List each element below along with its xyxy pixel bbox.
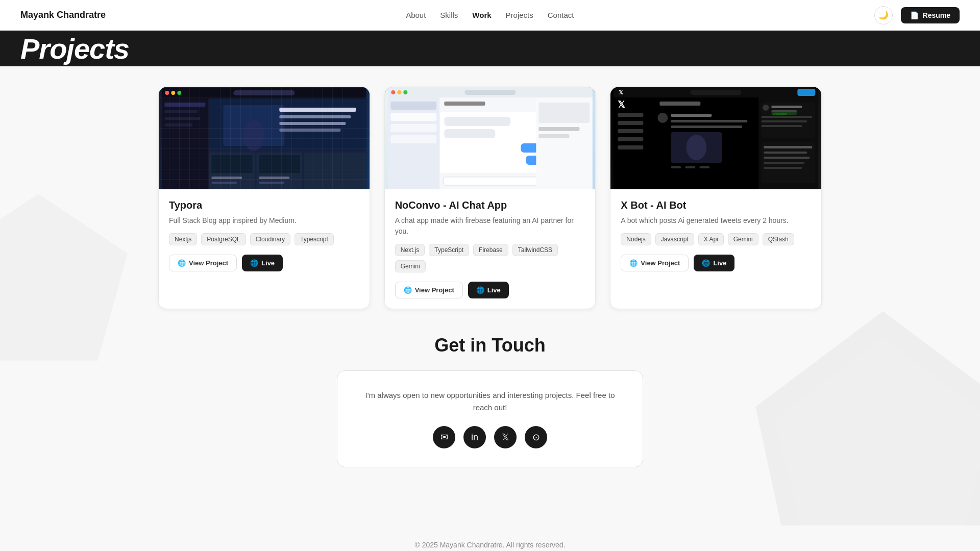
- svg-marker-2: [0, 194, 128, 361]
- svg-rect-28: [259, 155, 300, 173]
- projects-banner: Projects: [0, 31, 980, 66]
- svg-rect-3: [162, 87, 366, 189]
- svg-rect-10: [164, 103, 205, 107]
- tag-gemini: Gemini: [395, 260, 426, 272]
- noconvo-title: NoConvo - AI Chat App: [395, 199, 585, 211]
- page-body: Typora Full Stack Blog app inspired by M…: [0, 66, 980, 525]
- tag-gemini2: Gemini: [728, 233, 758, 245]
- tag-xapi: X Api: [698, 233, 724, 245]
- tag-cloudinary: Cloudinary: [250, 233, 290, 245]
- twitter-icon: 𝕏: [502, 432, 509, 443]
- nav-skills[interactable]: Skills: [440, 11, 458, 19]
- email-icon: ✉: [440, 432, 448, 443]
- svg-rect-40: [390, 124, 436, 132]
- typora-live-label: Live: [261, 259, 275, 267]
- projects-grid: Typora Full Stack Blog app inspired by M…: [158, 87, 822, 309]
- tag-javascript: Javascript: [655, 233, 694, 245]
- svg-rect-79: [700, 166, 710, 168]
- svg-rect-70: [660, 102, 701, 106]
- project-card-xbot: 𝕏 𝕏: [610, 87, 822, 309]
- typora-tags: Nextjs PostgreSQL Cloudinary Typescript: [169, 233, 359, 245]
- svg-point-76: [687, 135, 707, 160]
- svg-rect-14: [209, 98, 366, 189]
- svg-rect-12: [164, 117, 200, 120]
- svg-rect-16: [223, 105, 284, 146]
- nav-projects[interactable]: Projects: [506, 11, 533, 19]
- contact-heading: Get in Touch: [337, 335, 643, 356]
- svg-rect-13: [164, 123, 192, 127]
- xbot-image: 𝕏 𝕏: [610, 87, 821, 189]
- linkedin-button[interactable]: in: [463, 426, 486, 448]
- svg-point-82: [763, 105, 769, 111]
- xbot-title: X Bot - AI Bot: [621, 199, 811, 211]
- svg-rect-87: [762, 125, 802, 127]
- svg-rect-46: [444, 129, 495, 138]
- tag-nodejs: Nodejs: [621, 233, 651, 245]
- noconvo-description: A chat app made with firebase featuring …: [395, 215, 585, 237]
- typora-view-label: View Project: [189, 259, 228, 267]
- resume-button[interactable]: 📄 Resume: [901, 7, 960, 23]
- xbot-tags: Nodejs Javascript X Api Gemini QStash: [621, 233, 811, 245]
- nav-work[interactable]: Work: [472, 11, 491, 19]
- svg-rect-59: [691, 90, 742, 95]
- typora-live-button[interactable]: 🌐 Live: [242, 255, 283, 271]
- noconvo-image: [385, 87, 596, 189]
- svg-rect-25: [211, 155, 252, 173]
- tag-nextjs2: Next.js: [395, 244, 425, 256]
- svg-rect-41: [390, 135, 436, 143]
- github-icon: ⊙: [532, 432, 540, 443]
- email-button[interactable]: ✉: [433, 426, 455, 448]
- xbot-live-label: Live: [713, 259, 726, 267]
- twitter-button[interactable]: 𝕏: [494, 426, 517, 448]
- svg-rect-39: [390, 113, 436, 121]
- svg-rect-66: [618, 137, 644, 141]
- contact-section: Get in Touch I'm always open to new oppo…: [337, 335, 643, 467]
- typora-view-project-button[interactable]: 🌐 View Project: [169, 255, 237, 271]
- theme-toggle-button[interactable]: 🌙: [874, 6, 893, 24]
- typora-screenshot: [159, 87, 370, 189]
- svg-rect-94: [764, 162, 805, 164]
- svg-rect-27: [211, 182, 237, 184]
- linkedin-icon: in: [471, 432, 478, 443]
- svg-rect-95: [764, 167, 802, 169]
- noconvo-content: NoConvo - AI Chat App A chat app made wi…: [385, 189, 596, 309]
- xbot-view-project-button[interactable]: 🌐 View Project: [621, 255, 689, 271]
- globe-icon2: 🌐: [404, 286, 412, 294]
- xbot-view-label: View Project: [641, 259, 680, 267]
- svg-rect-54: [538, 127, 579, 131]
- svg-rect-19: [279, 115, 351, 118]
- github-button[interactable]: ⊙: [525, 426, 547, 448]
- footer: © 2025 Mayank Chandratre. All rights res…: [0, 525, 980, 551]
- tag-typescript: Typescript: [295, 233, 334, 245]
- tag-tailwindcss: TailwindCSS: [512, 244, 558, 256]
- svg-rect-55: [538, 134, 569, 138]
- svg-rect-36: [464, 90, 516, 95]
- svg-rect-65: [618, 129, 644, 133]
- svg-rect-83: [772, 106, 802, 108]
- svg-point-5: [165, 91, 169, 95]
- svg-rect-11: [164, 110, 198, 113]
- svg-point-71: [658, 113, 668, 123]
- svg-rect-38: [390, 102, 436, 110]
- svg-rect-18: [279, 108, 356, 112]
- svg-point-35: [403, 90, 407, 94]
- noconvo-view-project-button[interactable]: 🌐 View Project: [395, 282, 463, 298]
- live-icon2: 🌐: [476, 286, 484, 294]
- svg-rect-77: [671, 166, 681, 168]
- svg-rect-21: [279, 129, 340, 132]
- svg-rect-67: [618, 145, 644, 149]
- svg-point-6: [171, 91, 175, 95]
- main-content: Projects: [0, 0, 980, 551]
- noconvo-live-button[interactable]: 🌐 Live: [468, 282, 509, 298]
- noconvo-actions: 🌐 View Project 🌐 Live: [395, 282, 585, 298]
- nav-about[interactable]: About: [406, 11, 426, 19]
- live-icon: 🌐: [250, 259, 258, 267]
- nav-contact[interactable]: Contact: [548, 11, 574, 19]
- resume-label: Resume: [923, 11, 950, 19]
- svg-rect-92: [764, 152, 807, 154]
- svg-point-33: [391, 90, 395, 94]
- tag-qstash: QStash: [763, 233, 794, 245]
- tag-firebase: Firebase: [473, 244, 508, 256]
- xbot-live-button[interactable]: 🌐 Live: [694, 255, 734, 271]
- project-card-typora: Typora Full Stack Blog app inspired by M…: [158, 87, 370, 309]
